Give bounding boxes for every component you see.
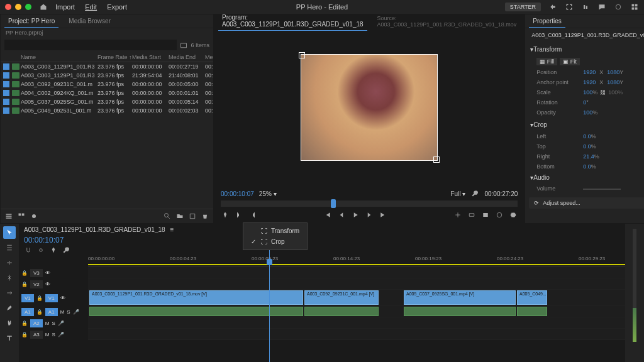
project-search-input[interactable]	[4, 40, 177, 50]
bin-row[interactable]: A005_C037_0925SG_001.m23.976 fps00:00:00…	[1, 97, 213, 106]
track-a1-label[interactable]: A1	[45, 308, 58, 316]
icon-view-icon[interactable]	[17, 212, 26, 221]
timeline-ruler[interactable]: 00:00:00:0000:00:04:2300:00:09:2300:00:1…	[88, 256, 625, 267]
adjust-speed-button[interactable]: ⟳ Adjust speed...	[529, 197, 644, 209]
sec-audio[interactable]: Audio	[533, 174, 550, 181]
close-window-icon[interactable]	[5, 4, 11, 10]
val-pos-y[interactable]: 1080	[607, 69, 619, 75]
col-framerate[interactable]: Frame Rate ↑	[97, 54, 132, 60]
sec-transform[interactable]: Transform	[533, 46, 562, 53]
sequence-name[interactable]: A003_C003_1129P1_001.R3D_GRADED_v01_18	[24, 226, 165, 233]
marker-tool-icon[interactable]	[49, 246, 58, 255]
tab-properties[interactable]: Properties	[529, 15, 565, 28]
find-icon[interactable]	[163, 212, 172, 221]
bin-row[interactable]: A003_C003_1129P1_001.R323.976 fps00:00:0…	[1, 62, 213, 71]
share-icon[interactable]	[548, 3, 557, 11]
src-a1[interactable]: A1	[21, 308, 34, 316]
link-icon[interactable]: ⛓	[600, 89, 606, 96]
col-name[interactable]: Name	[21, 54, 97, 60]
lift-icon[interactable]	[453, 211, 462, 219]
play-icon[interactable]	[351, 211, 360, 219]
selection-tool[interactable]	[3, 226, 16, 239]
bin-row[interactable]: A005_C049_09253L_001.m23.976 fps00:00:00…	[1, 106, 213, 115]
mark-in-icon[interactable]	[235, 211, 243, 219]
col-media-start[interactable]: Media Start	[132, 54, 169, 60]
new-item-icon[interactable]	[188, 212, 197, 221]
razor-tool[interactable]	[3, 272, 16, 284]
ctx-crop[interactable]: ✓⛶Crop	[246, 236, 304, 247]
fill-pill[interactable]: ▦ Fill	[536, 58, 557, 65]
type-tool[interactable]	[3, 332, 16, 344]
crop-frame[interactable]	[301, 54, 438, 161]
freeform-view-icon[interactable]	[30, 212, 38, 221]
track-v1-label[interactable]: V1	[45, 294, 58, 302]
val-crop-left[interactable]: 0.0	[583, 133, 591, 140]
slip-tool[interactable]	[3, 287, 16, 299]
linked-selection-icon[interactable]	[36, 246, 45, 255]
hand-tool[interactable]	[3, 317, 16, 329]
ripple-edit-tool[interactable]	[3, 256, 16, 269]
go-to-out-icon[interactable]	[379, 211, 387, 219]
tab-source[interactable]: Source: A003_C003_1129P1_001.R3D_GRADED_…	[374, 13, 521, 30]
track-v2-label[interactable]: V2	[30, 280, 43, 288]
pen-tool[interactable]	[3, 302, 16, 314]
val-opacity[interactable]: 100	[583, 109, 592, 116]
sec-crop[interactable]: Crop	[533, 121, 547, 128]
src-v1[interactable]: V1	[21, 294, 34, 302]
bin-icon[interactable]	[179, 41, 188, 50]
go-to-in-icon[interactable]	[323, 211, 332, 219]
track-a3-label[interactable]: A3	[30, 331, 43, 339]
add-marker-icon[interactable]	[221, 211, 230, 219]
analyze-icon[interactable]	[581, 3, 590, 11]
ctx-transform[interactable]: ⛶Transform	[246, 226, 304, 236]
col-media-dur[interactable]: Medi	[205, 54, 213, 60]
home-icon[interactable]	[39, 3, 48, 11]
trash-icon[interactable]	[201, 212, 209, 221]
col-media-end[interactable]: Media End	[169, 54, 205, 60]
step-forward-icon[interactable]	[365, 211, 374, 219]
track-select-tool[interactable]	[3, 241, 16, 254]
val-scale[interactable]: 100	[583, 89, 592, 96]
settings-icon[interactable]	[509, 211, 518, 219]
settings-tool-icon[interactable]	[62, 246, 70, 255]
timeline-timecode[interactable]: 00:00:10:07	[19, 236, 625, 244]
mini-playbar[interactable]	[221, 200, 518, 207]
bin-row[interactable]: A004_C002_0924KQ_001.m23.976 fps00:00:00…	[1, 89, 213, 97]
minimize-window-icon[interactable]	[15, 4, 21, 10]
val-pos-x[interactable]: 1920	[583, 69, 596, 75]
step-back-icon[interactable]	[337, 211, 346, 219]
fullscreen-icon[interactable]	[565, 3, 574, 11]
comparison-icon[interactable]	[495, 211, 504, 219]
track-a2-label[interactable]: A2	[30, 319, 43, 327]
bin-row[interactable]: A003_C003_1129P1_001.R323.976 fps21:39:5…	[1, 71, 213, 80]
workspace-selector[interactable]: STARTER	[505, 3, 541, 11]
menu-import[interactable]: Import	[55, 3, 75, 11]
program-timecode-in[interactable]: 00:00:10:07	[221, 190, 254, 197]
menu-edit[interactable]: Edit	[85, 3, 97, 11]
timeline-audio-clip[interactable]	[404, 307, 516, 316]
timeline-audio-clip[interactable]	[517, 307, 547, 316]
chat-icon[interactable]	[597, 3, 606, 11]
tab-media-browser[interactable]: Media Browser	[65, 15, 114, 27]
zoom-level[interactable]: 25% ▾	[259, 190, 277, 197]
grid-icon[interactable]	[630, 3, 639, 11]
wrench-icon[interactable]	[470, 189, 479, 198]
val-crop-top[interactable]: 0.0	[583, 143, 591, 150]
val-crop-bottom[interactable]: 0.0	[583, 163, 591, 170]
timeline-clip[interactable]: A003_C092_09231C_001.mp4 [V]	[304, 290, 379, 305]
mark-out-icon[interactable]	[248, 211, 257, 219]
timeline-clip[interactable]: A005_C049...	[517, 290, 547, 305]
tab-project[interactable]: Project: PP Hero	[4, 15, 58, 28]
fit-pill[interactable]: ▣ Fit	[560, 58, 580, 65]
bin-row[interactable]: A003_C092_09231C_001.m23.976 fps00:00:00…	[1, 80, 213, 89]
val-anchor-y[interactable]: 1080	[607, 79, 619, 85]
val-anchor-x[interactable]: 1920	[583, 79, 596, 85]
maximize-window-icon[interactable]	[25, 4, 31, 10]
program-monitor[interactable]	[214, 28, 524, 187]
fit-selector[interactable]: Full ▾	[451, 190, 466, 197]
timeline-clip[interactable]: A003_C003_1129P1_001.R3D_GRADED_v01_18.m…	[89, 290, 303, 305]
export-frame-icon[interactable]	[481, 211, 490, 219]
new-bin-icon[interactable]	[175, 212, 184, 221]
extract-icon[interactable]	[467, 211, 476, 219]
timeline-audio-clip[interactable]	[89, 307, 303, 316]
